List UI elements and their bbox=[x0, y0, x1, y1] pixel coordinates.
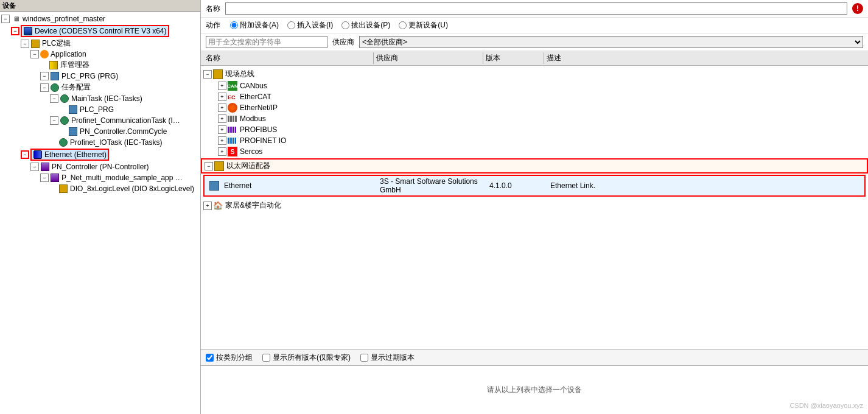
expand-profinet[interactable]: + bbox=[218, 136, 226, 145]
expand-pnet[interactable]: − bbox=[40, 174, 49, 182]
tree-item-application[interactable]: − Application bbox=[30, 49, 199, 59]
option-all-versions[interactable]: 显示所有版本(仅限专家) bbox=[262, 353, 351, 363]
checkbox-old-versions[interactable] bbox=[360, 354, 368, 362]
radio-update[interactable]: 更新设备(U) bbox=[399, 20, 448, 30]
svg-rect-10 bbox=[228, 138, 229, 144]
name-input[interactable] bbox=[225, 2, 847, 15]
prog-icon2 bbox=[68, 105, 78, 114]
filter-input[interactable] bbox=[206, 36, 327, 48]
prog-icon bbox=[50, 71, 60, 81]
group-fieldbus-header[interactable]: − 现场总线 bbox=[201, 68, 868, 80]
tree-label-ethernet: Ethernet (Ethernet) bbox=[44, 150, 107, 159]
expand-ethercat[interactable]: + bbox=[218, 93, 226, 101]
profinet-label: PROFINET IO bbox=[240, 136, 286, 145]
svg-rect-14 bbox=[235, 138, 236, 144]
tree-label-root: windows_profinet_master bbox=[23, 15, 105, 23]
ethernet-device-name: Ethernet bbox=[207, 181, 377, 191]
item-modbus[interactable]: + Modbus bbox=[201, 113, 868, 124]
tree-item-pnet[interactable]: − P_Net_multi_module_sample_app (P-Net m… bbox=[40, 172, 199, 183]
plc-icon bbox=[30, 39, 40, 49]
checkbox-all-versions[interactable] bbox=[262, 354, 270, 362]
expand-task[interactable]: − bbox=[40, 83, 49, 92]
svg-rect-7 bbox=[231, 127, 233, 133]
tree-label-plc: PLC逻辑 bbox=[42, 38, 71, 49]
tree-item-commcycle[interactable]: PN_Controller.CommCycle bbox=[60, 126, 199, 137]
vendor-label: 供应商 bbox=[332, 37, 354, 47]
expand-profinettask[interactable]: − bbox=[50, 116, 58, 125]
tree-label-device: Device (CODESYS Control RTE V3 x64) bbox=[35, 27, 167, 35]
action-row: 动作 附加设备(A) 插入设备(I) 拔出设备(P) 更新设备(U) bbox=[201, 18, 868, 33]
label-all-versions: 显示所有版本(仅限专家) bbox=[273, 353, 351, 363]
expand-profibus[interactable]: + bbox=[218, 125, 226, 134]
tree-label-commcycle: PN_Controller.CommCycle bbox=[80, 127, 167, 136]
sercos-label: Sercos bbox=[240, 147, 262, 156]
tree-label-plcprg: PLC_PRG (PRG) bbox=[61, 72, 118, 80]
group-adapter-header[interactable]: − 以太网适配器 bbox=[201, 158, 868, 174]
ethernetip-label: EtherNet/IP bbox=[240, 103, 278, 112]
expand-plcprg[interactable]: − bbox=[40, 72, 49, 80]
expand-app[interactable]: − bbox=[30, 50, 39, 58]
item-sercos[interactable]: + S Sercos bbox=[201, 146, 868, 157]
tree-item-plc[interactable]: − PLC逻辑 bbox=[21, 38, 199, 49]
tree-item-device[interactable]: − Device (CODESYS Control RTE V3 x64) bbox=[11, 24, 199, 38]
item-profibus[interactable]: + PROFIBUS bbox=[201, 124, 868, 135]
windows-icon: 🖥 bbox=[11, 14, 21, 24]
left-panel-title: 设备 bbox=[2, 2, 16, 9]
expand-device[interactable]: − bbox=[11, 27, 19, 35]
option-group-type[interactable]: 按类别分组 bbox=[206, 353, 253, 363]
group-home-header[interactable]: + 🏠 家居&楼宇自动化 bbox=[201, 199, 868, 212]
device-icon bbox=[23, 26, 33, 36]
vendor-select[interactable]: <全部供应商> bbox=[359, 36, 863, 48]
tree-item-ethernet[interactable]: − Ethernet (Ethernet) bbox=[21, 148, 199, 161]
can-icon: CAN bbox=[228, 81, 237, 91]
expand-adapter[interactable]: − bbox=[205, 162, 213, 170]
svg-rect-13 bbox=[233, 138, 234, 144]
description-panel: 请从以上列表中选择一个设备 bbox=[201, 365, 868, 414]
col-version: 版本 bbox=[483, 52, 544, 64]
expand-home[interactable]: + bbox=[203, 202, 212, 210]
item-ethercat[interactable]: + EC EtherCAT bbox=[201, 91, 868, 102]
tree-item-profinettask[interactable]: − Profinet_CommunicationTask (IEC-Tasks bbox=[50, 115, 199, 126]
expand-plc[interactable]: − bbox=[21, 40, 29, 48]
radio-update-label: 更新设备(U) bbox=[408, 20, 448, 30]
expand-maintask[interactable]: − bbox=[50, 94, 58, 103]
tree-item-root[interactable]: − 🖥 windows_profinet_master bbox=[1, 13, 199, 24]
left-panel: 设备 − 🖥 windows_profinet_master − Device … bbox=[0, 0, 201, 414]
tree-item-taskconfig[interactable]: − 任务配置 bbox=[40, 82, 199, 93]
expand-ethernetip[interactable]: + bbox=[218, 103, 226, 112]
tree-label-task: 任务配置 bbox=[61, 82, 91, 93]
tree-item-plcprg2[interactable]: PLC_PRG bbox=[60, 104, 199, 115]
pnet-icon bbox=[50, 173, 60, 183]
svg-rect-4 bbox=[235, 116, 237, 122]
expand-pn[interactable]: − bbox=[30, 163, 39, 171]
tree-item-maintask[interactable]: − MainTask (IEC-Tasks) bbox=[50, 93, 199, 104]
col-desc: 描述 bbox=[544, 52, 866, 64]
tree-label-plcprg2: PLC_PRG bbox=[80, 105, 114, 114]
tree-item-dio[interactable]: DIO_8xLogicLevel (DIO 8xLogicLevel) bbox=[50, 183, 199, 194]
label-old-versions: 显示过期版本 bbox=[371, 353, 415, 363]
item-canbus[interactable]: + CAN CANbus bbox=[201, 80, 868, 91]
expand-canbus[interactable]: + bbox=[218, 82, 226, 90]
tree-item-plcprg[interactable]: − PLC_PRG (PRG) bbox=[40, 71, 199, 82]
radio-remove[interactable]: 拔出设备(P) bbox=[341, 20, 390, 30]
expand-root[interactable]: − bbox=[1, 15, 10, 23]
ethernet-device-icon bbox=[209, 181, 219, 191]
expand-ethernet[interactable]: − bbox=[21, 150, 29, 159]
item-ethernetip[interactable]: + EtherNet/IP bbox=[201, 102, 868, 113]
expand-sercos[interactable]: + bbox=[218, 147, 226, 156]
tree-label-app: Application bbox=[51, 50, 86, 58]
commcycle-icon bbox=[68, 127, 78, 136]
item-profinet[interactable]: + PROFINET IO bbox=[201, 135, 868, 146]
radio-insert[interactable]: 插入设备(I) bbox=[287, 20, 333, 30]
tree-item-library[interactable]: 库管理器 bbox=[40, 59, 199, 71]
adapter-icon bbox=[214, 161, 224, 171]
tree-item-pncontroller[interactable]: − PN_Controller (PN-Controller) bbox=[30, 161, 199, 172]
option-old-versions[interactable]: 显示过期版本 bbox=[360, 353, 415, 363]
radio-attach[interactable]: 附加设备(A) bbox=[230, 20, 279, 30]
expand-fieldbus[interactable]: − bbox=[203, 70, 212, 79]
ethernet-device-row[interactable]: Ethernet 3S - Smart Software Solutions G… bbox=[205, 176, 864, 195]
tree-label-maintask: MainTask (IEC-Tasks) bbox=[71, 94, 142, 103]
expand-modbus[interactable]: + bbox=[218, 114, 226, 123]
tree-item-iotask[interactable]: Profinet_IOTask (IEC-Tasks) bbox=[50, 137, 199, 148]
checkbox-group-type[interactable] bbox=[206, 354, 214, 362]
